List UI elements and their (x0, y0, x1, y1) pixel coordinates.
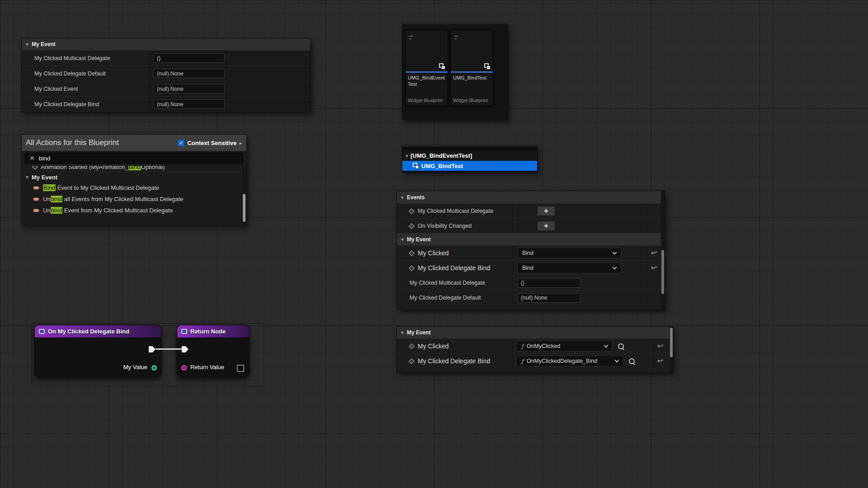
details-scrollbar (661, 191, 665, 310)
my-value-output-pin[interactable] (151, 365, 157, 371)
collapse-arrow-icon: ▾ (401, 330, 404, 335)
category-header-my-event[interactable]: ▾ My Event (22, 38, 310, 50)
action-item-bind-event[interactable]: Bind Event to My Clicked Multicast Deleg… (22, 182, 246, 193)
bind-dropdown[interactable]: Bind (517, 248, 621, 258)
property-row: My Clicked Multicast Delegate () (397, 275, 665, 290)
details-scrollbar (670, 327, 673, 373)
function-binding-dropdown[interactable]: ƒ OnMyClickedDelegate_Bind (516, 356, 623, 366)
property-label: My Clicked Delegate Bind (418, 357, 490, 365)
category-title: My Event (407, 236, 431, 243)
property-value-field[interactable]: () (153, 53, 225, 63)
exec-output-pin[interactable] (149, 346, 156, 352)
property-label: My Clicked Delegate Default (34, 70, 106, 77)
collapse-arrow-icon: ▾ (401, 237, 404, 242)
function-icon: ƒ (521, 343, 524, 350)
reset-to-default-icon[interactable]: ↩ (651, 264, 657, 272)
event-label: My Clicked Multicast Delegate (418, 208, 493, 214)
property-label: My Clicked (418, 343, 448, 350)
chevron-down-icon (613, 250, 617, 254)
reset-to-default-icon[interactable]: ↩ (651, 249, 657, 257)
details-scrollbar-thumb[interactable] (661, 250, 664, 294)
chevron-down-icon (613, 265, 617, 269)
content-browser-panel: UMG_BindEventTest Widget Blueprint UMG_B… (402, 23, 508, 120)
return-node-icon (181, 329, 187, 334)
asset-card-umg-bindtest[interactable]: UMG_BindTest Widget Blueprint (450, 30, 493, 106)
browse-to-function-icon[interactable] (628, 358, 635, 365)
bound-function-row: My Clicked ƒ OnMyClicked ↩ (397, 338, 673, 353)
asset-card-umg-bindeventtest[interactable]: UMG_BindEventTest Widget Blueprint (405, 30, 448, 106)
event-icon (409, 223, 415, 229)
category-header-my-event[interactable]: ▾ My Event (397, 327, 673, 338)
hierarchy-selected-row[interactable]: UMG_BindTest (402, 161, 537, 171)
actions-category-my-event[interactable]: ▾ My Event (22, 172, 246, 182)
add-event-button[interactable]: + (537, 206, 555, 216)
event-row: On Visibility Changed + (397, 218, 665, 233)
property-value-field[interactable]: (null).None (517, 293, 580, 303)
blueprint-graph-canvas[interactable]: { "icons": { "expand_down": "▾", "expand… (0, 0, 868, 488)
action-item-unbind-all[interactable]: Unbind all Events from My Clicked Multic… (22, 193, 246, 205)
asset-name: UMG_BindTest (451, 73, 493, 98)
hierarchy-root-row[interactable]: ▾ [UMG_BindEventTest] (402, 150, 537, 161)
return-value-input-pin[interactable] (181, 365, 187, 371)
delegate-bind-row: My Clicked Bind ↩ (397, 245, 665, 260)
anim-event-icon (32, 166, 38, 170)
property-label: My Clicked Delegate Bind (34, 101, 99, 108)
exec-wire[interactable] (156, 348, 182, 350)
node-return-node[interactable]: Return Node Return Value (177, 325, 250, 377)
event-icon (409, 250, 415, 256)
action-item-label: Unbind Event from My Clicked Multicast D… (43, 207, 173, 214)
plus-icon: + (544, 222, 548, 230)
property-value: () (521, 280, 524, 286)
delegate-icon (33, 186, 39, 190)
action-item-unbind-event[interactable]: Unbind Event from My Clicked Multicast D… (22, 205, 246, 216)
asset-type: Widget Blueprint (451, 98, 493, 106)
function-binding-dropdown[interactable]: ƒ OnMyClicked (516, 341, 613, 352)
node-title: Return Node (190, 328, 226, 335)
dropdown-value: Bind (522, 250, 610, 256)
property-value-field[interactable]: (null).None (153, 84, 225, 94)
property-value: () (157, 55, 160, 61)
blueprint-actions-menu: All Actions for this Blueprint ✓ Context… (22, 135, 246, 225)
delegate-icon (33, 197, 39, 201)
property-label: My Clicked Delegate Default (410, 295, 481, 301)
hierarchy-root-label: [UMG_BindEventTest] (410, 152, 472, 159)
delegate-event-icon (39, 329, 45, 334)
property-value-field[interactable]: () (517, 278, 580, 288)
category-title: My Event (407, 329, 431, 336)
node-header[interactable]: Return Node (177, 325, 249, 338)
property-value-field[interactable]: (null).None (153, 99, 225, 109)
reset-to-default-icon[interactable]: ↩ (657, 343, 663, 350)
action-item-label: Unbind all Events from My Clicked Multic… (43, 196, 184, 202)
add-event-button[interactable]: + (537, 221, 555, 231)
exec-input-pin[interactable] (182, 346, 189, 352)
browse-to-function-icon[interactable] (618, 343, 624, 350)
plus-icon: + (544, 207, 548, 215)
chevron-down-icon (615, 358, 619, 362)
event-row: My Clicked Multicast Delegate + (397, 203, 665, 218)
clear-search-icon[interactable]: ✕ (29, 155, 35, 161)
actions-scrollbar-thumb[interactable] (243, 194, 245, 222)
property-value-field[interactable]: (null).None (153, 69, 225, 78)
dropdown-value: OnMyClickedDelegate_Bind (527, 358, 612, 364)
expand-right-icon[interactable]: ▸ (239, 140, 242, 146)
collapse-arrow-icon: ▾ (26, 42, 28, 47)
property-row: My Clicked Delegate Default (null).None (397, 290, 665, 305)
details-scrollbar-thumb[interactable] (670, 328, 673, 357)
category-header-my-event[interactable]: ▾ My Event (397, 233, 665, 245)
actions-search-input[interactable] (39, 155, 239, 162)
property-row: My Clicked Event (null).None (22, 81, 310, 96)
node-header[interactable]: On My Clicked Delegate Bind (35, 325, 161, 338)
property-row: My Clicked Delegate Default (null).None (22, 66, 310, 81)
chevron-down-icon (604, 343, 609, 347)
category-header-events[interactable]: ▾ Events (397, 191, 665, 203)
clipped-list-item[interactable]: Animation Started (MyAnimation_BindOptio… (22, 166, 246, 172)
node-on-my-clicked-delegate-bind[interactable]: On My Clicked Delegate Bind My Value (34, 325, 161, 377)
bind-dropdown[interactable]: Bind (517, 263, 621, 273)
details-panel-bottom: ▾ My Event My Clicked ƒ OnMyClicked ↩ My… (397, 327, 673, 373)
reset-to-default-icon[interactable]: ↩ (657, 357, 663, 365)
dropdown-value: OnMyClicked (527, 343, 601, 349)
return-value-checkbox[interactable] (237, 365, 244, 372)
delegate-icon (33, 209, 39, 212)
hierarchy-selected-label: UMG_BindTest (421, 163, 463, 169)
context-sensitive-checkbox[interactable]: ✓ (178, 140, 184, 146)
